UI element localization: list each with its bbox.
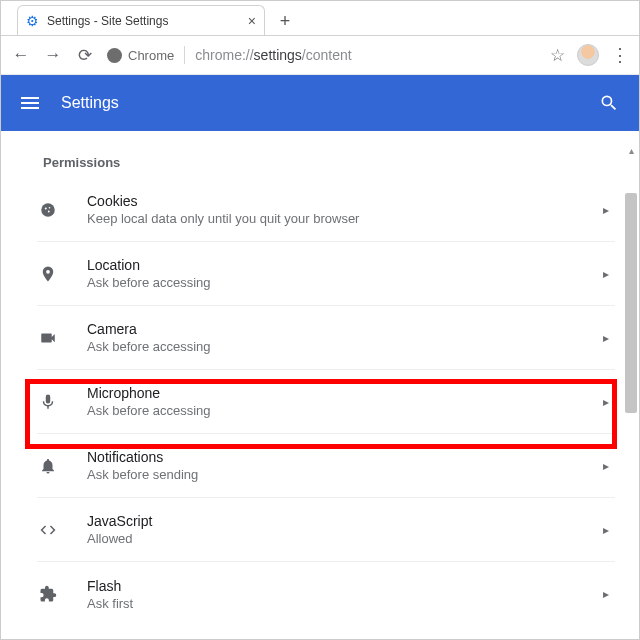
permission-title: Location xyxy=(87,257,211,273)
permission-subtitle: Ask before accessing xyxy=(87,339,211,354)
cookie-icon xyxy=(39,201,63,219)
permission-title: JavaScript xyxy=(87,513,152,529)
chevron-right-icon: ▸ xyxy=(603,523,609,537)
permission-row-microphone[interactable]: Microphone Ask before accessing ▸ xyxy=(37,370,615,434)
code-icon xyxy=(39,521,63,539)
chevron-right-icon: ▸ xyxy=(603,267,609,281)
new-tab-button[interactable]: + xyxy=(271,7,299,35)
svg-point-0 xyxy=(41,203,55,217)
permission-row-javascript[interactable]: JavaScript Allowed ▸ xyxy=(37,498,615,562)
search-settings-button[interactable] xyxy=(599,93,619,113)
nav-reload-button[interactable]: ⟳ xyxy=(75,45,95,66)
permission-title: Camera xyxy=(87,321,211,337)
bookmark-star-icon[interactable]: ☆ xyxy=(550,45,565,66)
svg-point-3 xyxy=(48,210,50,212)
scroll-thumb[interactable] xyxy=(625,193,637,413)
browser-tab-active[interactable]: ⚙ Settings - Site Settings × xyxy=(17,5,265,35)
permission-title: Notifications xyxy=(87,449,198,465)
overflow-menu-icon[interactable]: ⋮ xyxy=(611,44,629,66)
divider xyxy=(184,46,185,64)
chevron-right-icon: ▸ xyxy=(603,587,609,601)
security-chip-label: Chrome xyxy=(128,48,174,63)
permission-row-notifications[interactable]: Notifications Ask before sending ▸ xyxy=(37,434,615,498)
permission-subtitle: Ask before accessing xyxy=(87,403,211,418)
puzzle-piece-icon xyxy=(39,585,63,603)
permission-subtitle: Allowed xyxy=(87,531,152,546)
url-text: chrome://settings/content xyxy=(195,47,351,63)
section-title-permissions: Permissions xyxy=(43,155,615,170)
nav-back-button[interactable]: ← xyxy=(11,45,31,65)
tab-title: Settings - Site Settings xyxy=(47,14,168,28)
location-pin-icon xyxy=(39,265,63,283)
hamburger-menu-icon[interactable] xyxy=(21,97,39,109)
bell-icon xyxy=(39,457,63,475)
browser-toolbar: ← → ⟳ Chrome chrome://settings/content ☆… xyxy=(1,35,639,75)
settings-content-area: Permissions Cookies Keep local data only… xyxy=(1,131,639,640)
permission-title: Cookies xyxy=(87,193,359,209)
browser-tabstrip: ⚙ Settings - Site Settings × + xyxy=(1,1,639,35)
chevron-right-icon: ▸ xyxy=(603,203,609,217)
permission-row-cookies[interactable]: Cookies Keep local data only until you q… xyxy=(37,178,615,242)
address-bar[interactable]: Chrome chrome://settings/content xyxy=(107,46,538,64)
permission-subtitle: Ask first xyxy=(87,596,133,611)
gear-icon: ⚙ xyxy=(26,13,39,29)
tab-close-icon[interactable]: × xyxy=(248,13,256,29)
scroll-up-arrow-icon[interactable]: ▴ xyxy=(625,145,637,157)
profile-avatar[interactable] xyxy=(577,44,599,66)
permission-row-flash[interactable]: Flash Ask first ▸ xyxy=(37,562,615,626)
permission-title: Microphone xyxy=(87,385,211,401)
chevron-right-icon: ▸ xyxy=(603,331,609,345)
chevron-right-icon: ▸ xyxy=(603,459,609,473)
nav-forward-button[interactable]: → xyxy=(43,45,63,65)
svg-point-2 xyxy=(49,206,51,208)
settings-appbar: Settings xyxy=(1,75,639,131)
chevron-right-icon: ▸ xyxy=(603,395,609,409)
chrome-icon xyxy=(107,48,122,63)
permission-row-camera[interactable]: Camera Ask before accessing ▸ xyxy=(37,306,615,370)
permission-subtitle: Keep local data only until you quit your… xyxy=(87,211,359,226)
security-chip: Chrome xyxy=(107,48,174,63)
permission-row-location[interactable]: Location Ask before accessing ▸ xyxy=(37,242,615,306)
search-icon xyxy=(599,93,619,113)
camera-icon xyxy=(39,329,63,347)
appbar-title: Settings xyxy=(61,94,119,112)
permission-subtitle: Ask before accessing xyxy=(87,275,211,290)
permission-subtitle: Ask before sending xyxy=(87,467,198,482)
vertical-scrollbar[interactable]: ▴ xyxy=(625,145,637,637)
permission-title: Flash xyxy=(87,578,133,594)
svg-point-1 xyxy=(45,207,47,209)
microphone-icon xyxy=(39,393,63,411)
